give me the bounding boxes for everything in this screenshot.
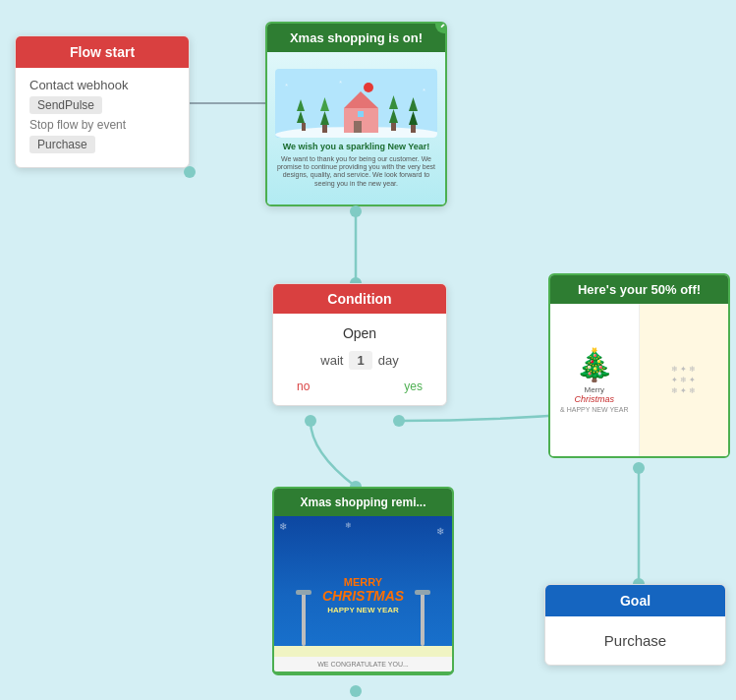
goal-header: Goal: [545, 585, 725, 616]
flow-start-node: Flow start Contact webhook SendPulse Sto…: [15, 35, 190, 168]
sendpulse-tag[interactable]: SendPulse: [29, 96, 102, 114]
goal-node: Goal Purchase: [544, 584, 726, 666]
svg-text:*: *: [423, 87, 425, 95]
svg-text:*: *: [339, 79, 342, 88]
email-node-3: Here's your 50% off! 🎄 Merry Christmas &…: [548, 273, 730, 458]
condition-wait-row: wait 1 day: [287, 351, 432, 370]
condition-no-label: no: [297, 379, 310, 393]
snowflake-deco: ❄ ✦ ❄✦ ❄ ✦❄ ✦ ❄: [671, 364, 696, 397]
email-node-1-body: * * * We wish you a sparkling New Year! …: [267, 52, 445, 204]
svg-text:*: *: [285, 82, 288, 90]
xmas-scene: * * *: [275, 69, 437, 138]
svg-rect-11: [358, 111, 364, 117]
email-node-1-preview: * * * We wish you a sparkling New Year! …: [267, 52, 445, 204]
svg-rect-7: [322, 125, 327, 133]
christmas-bg: MERRY CHRISTMAS HAPPY NEW YEAR ❄ ❄ ❄: [274, 516, 452, 673]
svg-rect-4: [302, 123, 306, 131]
condition-node: Condition Open wait 1 day no yes: [272, 283, 447, 406]
email-node-2: Xmas shopping remi... MERRY CHRISTMAS HA…: [272, 487, 454, 675]
xmas-tree-icon: 🎄: [575, 346, 614, 383]
flow-start-body: Contact webhook SendPulse Stop flow by e…: [16, 68, 189, 167]
svg-point-18: [364, 83, 373, 92]
svg-rect-10: [354, 121, 362, 133]
happy-new-year-text-2: HAPPY NEW YEAR: [322, 606, 404, 614]
connector-dot-email3-bottom: [633, 462, 645, 474]
merry-label: Merry Christmas & HAPPY NEW YEAR: [560, 385, 628, 415]
connector-dot-condition-yes: [393, 415, 405, 427]
merry-text: MERRY: [322, 576, 404, 588]
goal-purchase-text: Purchase: [604, 632, 666, 649]
connector-dot-condition-no: [305, 415, 316, 427]
condition-body: Open wait 1 day no yes: [273, 314, 446, 405]
day-label: day: [378, 353, 399, 368]
email-node-3-body: 🎄 Merry Christmas & HAPPY NEW YEAR ❄ ✦ ❄…: [550, 304, 728, 456]
email-preview-body-text: We want to thank you for being our custo…: [275, 155, 437, 189]
connector-dot-flow-start: [184, 166, 196, 178]
flow-start-title: Flow start: [70, 44, 135, 60]
goal-body: Purchase: [545, 616, 725, 665]
christmas-text: CHRISTMAS: [322, 588, 404, 604]
condition-open-text: Open: [287, 325, 432, 341]
condition-branch-labels: no yes: [287, 379, 432, 393]
email-node-2-header: Xmas shopping remi...: [274, 489, 452, 516]
email-node-3-header: Here's your 50% off!: [550, 275, 728, 304]
preview-col-left: 🎄 Merry Christmas & HAPPY NEW YEAR: [550, 304, 640, 456]
connector-dot-email1-bottom: [350, 205, 362, 217]
connector-dot-email2-bottom: [350, 685, 362, 697]
preview-col-right: ❄ ✦ ❄✦ ❄ ✦❄ ✦ ❄: [640, 304, 729, 456]
condition-header: Condition: [273, 284, 446, 314]
email-preview-main-text: We wish you a sparkling New Year!: [283, 142, 430, 153]
stop-flow-text: Stop flow by event: [29, 118, 175, 132]
contact-webhook-label: Contact webhook: [29, 78, 175, 92]
flow-start-header: Flow start: [16, 36, 189, 68]
svg-rect-14: [391, 123, 396, 131]
congrats-text-2: WE CONGRATULATE YOU...: [272, 657, 454, 673]
email-node-1-header: Xmas shopping is on!: [267, 24, 445, 52]
purchase-tag[interactable]: Purchase: [29, 136, 95, 153]
email-node-1: ✕ Xmas shopping is on!: [265, 22, 447, 206]
email-node-2-body: MERRY CHRISTMAS HAPPY NEW YEAR ❄ ❄ ❄: [274, 516, 452, 673]
wait-label: wait: [320, 353, 343, 368]
condition-yes-label: yes: [404, 379, 423, 393]
wait-number: 1: [349, 351, 371, 370]
email-3-preview-grid: 🎄 Merry Christmas & HAPPY NEW YEAR ❄ ✦ ❄…: [550, 304, 728, 456]
svg-rect-17: [411, 125, 416, 133]
